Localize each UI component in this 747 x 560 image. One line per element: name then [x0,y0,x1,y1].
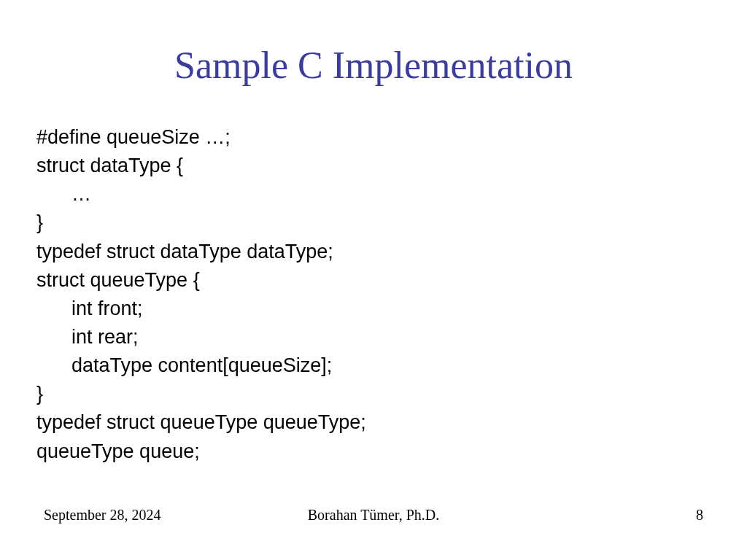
code-line: struct dataType { [36,152,711,180]
code-line: … [36,180,711,209]
slide-title: Sample C Implementation [36,44,711,87]
code-line: } [36,209,711,237]
slide-container: Sample C Implementation #define queueSiz… [0,0,747,560]
code-line: queueType queue; [36,438,711,466]
code-line: #define queueSize …; [36,123,711,152]
code-line: struct queueType { [36,266,711,295]
code-line: int rear; [36,323,711,351]
code-line: typedef struct queueType queueType; [36,408,711,437]
footer-author: Borahan Tümer, Ph.D. [263,507,483,524]
code-line: } [36,380,711,408]
code-block: #define queueSize …; struct dataType { …… [36,123,711,507]
code-line: dataType content[queueSize]; [36,351,711,380]
footer-date: September 28, 2024 [44,507,263,524]
slide-footer: September 28, 2024 Borahan Tümer, Ph.D. … [36,507,711,531]
code-line: int front; [36,295,711,323]
footer-page-number: 8 [484,507,703,524]
code-line: typedef struct dataType dataType; [36,238,711,266]
